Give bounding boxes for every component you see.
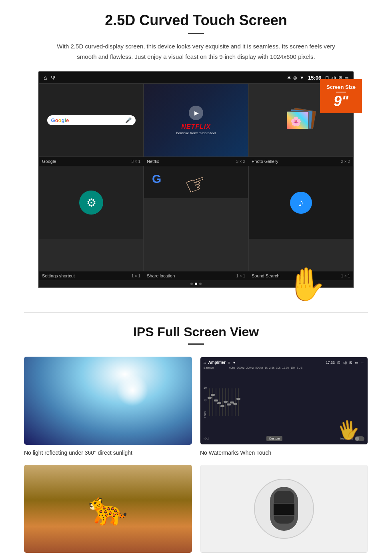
badge-divider (336, 92, 346, 92)
home-icon: ⌂ (44, 74, 47, 81)
amp-thumb-7 (227, 403, 231, 405)
amp-f9: 15k (290, 366, 295, 369)
badge-size: 9" (334, 93, 348, 109)
amp-slider-group-2 (212, 386, 213, 418)
amp-slider-group-10 (238, 386, 239, 418)
ips-title-divider (188, 343, 204, 345)
netflix-app-cell[interactable]: NETFLIX Continue Marvel's Daredevil (144, 83, 248, 157)
amp-thumb-4 (217, 402, 221, 404)
amp-track-8 (232, 388, 232, 416)
amp-thumb-10 (236, 398, 240, 400)
app-labels-row1: Google 3 × 1 Netflix 3 × 2 Photo Gallery… (39, 157, 353, 166)
amp-title: Amplifier (208, 360, 225, 365)
bluetooth-icon: ✱ (287, 75, 291, 80)
car-circle (254, 479, 314, 539)
amp-f7: 10k (276, 366, 280, 369)
cheetah-image: 🐆 (24, 465, 192, 553)
section1-description: With 2.5D curved-display screen, this de… (56, 41, 336, 62)
amp-db-labels: 10 ◁) Fader (204, 386, 207, 418)
amp-fader-label: Fader (204, 411, 206, 418)
gallery-stack: 🌸 (287, 109, 315, 131)
amp-f2: 100hz (237, 366, 244, 369)
amp-custom-button[interactable]: Custom (266, 436, 282, 441)
maps-g-logo: G (152, 172, 161, 186)
amp-track-2 (212, 388, 213, 416)
car-bg (200, 465, 368, 553)
sunlight-image (24, 357, 192, 445)
gallery-grid-size: 2 × 2 (341, 159, 350, 164)
gallery-label-text: Photo Gallery (252, 159, 278, 164)
car-windshield (274, 491, 294, 503)
netflix-grid-size: 3 × 2 (236, 159, 245, 164)
settings-label-text: Settings shortcut (42, 273, 75, 278)
amp-close-icon: ⊠ (349, 361, 352, 365)
amp-track-10 (238, 388, 239, 416)
settings-label: Settings shortcut 1 × 1 (39, 271, 144, 280)
google-grid-size: 3 × 1 (131, 159, 140, 164)
sound-grid-size: 1 × 1 (341, 274, 350, 278)
watermark-caption: No Watermarks When Touch (200, 449, 368, 457)
settings-app-cell[interactable]: ⚙ (39, 166, 144, 271)
amp-cam-icon: ⊡ (337, 361, 340, 365)
mic-icon: 🎤 (125, 117, 132, 123)
status-bar: ⌂ Ψ ✱ ◎ ▼ 15:06 ⊡ ◁) ⊠ ▭ (39, 72, 353, 83)
amp-volume-icon: ◁) (204, 398, 206, 401)
amp-balance-label: Balance (204, 366, 228, 369)
sunlight-bg (24, 357, 192, 445)
share-label-text: Share location (147, 273, 175, 278)
hand-finger-icon: ☞ (181, 167, 211, 198)
gallery-label: Photo Gallery 2 × 2 (248, 157, 353, 166)
amp-track-4 (219, 388, 220, 416)
amp-sliders (209, 386, 239, 418)
dot-2 (195, 283, 197, 285)
google-app-cell[interactable]: Google 🎤 (39, 83, 144, 157)
app-grid-row2: ⚙ G ☞ (39, 166, 353, 271)
amp-f1: 60hz (229, 366, 235, 369)
share-location-cell[interactable]: G ☞ (144, 166, 248, 271)
netflix-label: Netflix 3 × 2 (144, 157, 248, 166)
car-image (200, 465, 368, 553)
amp-f6: 2.5k (269, 366, 274, 369)
section2-title: IPS Full Screen View (24, 325, 368, 339)
amp-slider-group-1 (209, 386, 210, 418)
amp-track-9 (235, 388, 236, 416)
amp-db-10: 10 (204, 386, 207, 389)
status-time: 15:06 (308, 75, 321, 81)
amp-f3: 200hz (246, 366, 254, 369)
screen-mockup-wrapper: Screen Size 9" ⌂ Ψ ✱ ◎ ▼ 15:06 ⊡ ◁) ⊠ ▭ (38, 71, 354, 288)
amp-track-6 (225, 388, 226, 416)
amp-freq-labels: Balance 60hz 100hz 200hz 500hz 1k 2.5k 1… (204, 366, 364, 369)
settings-icon-circle: ⚙ (79, 191, 103, 215)
app-labels-row2: Settings shortcut 1 × 1 Share location 1… (39, 271, 353, 280)
amp-f8: 12.5k (282, 366, 289, 369)
sunlight-flare (116, 374, 148, 406)
netflix-play-button[interactable] (189, 106, 203, 120)
hand-touch-overlay: 🖐 (336, 417, 361, 442)
cheetah-icon: 🐆 (88, 490, 128, 528)
car-body (270, 487, 298, 531)
cheetah-bg: 🐆 (24, 465, 192, 553)
amp-menu-icon: ≡ (228, 361, 230, 365)
curved-touch-section: 2.5D Curved Touch Screen With 2.5D curve… (0, 0, 392, 296)
sound-search-cell[interactable]: ♪ (248, 166, 353, 271)
amp-track-1 (209, 388, 210, 416)
amp-slider-group-8 (232, 386, 232, 418)
flower-icon: 🌸 (290, 116, 301, 127)
amp-time: 17:33 (326, 361, 335, 365)
amp-track-5 (222, 388, 223, 416)
amp-slider-group-4 (219, 386, 220, 418)
amp-arrow-left: ◁◁ (204, 437, 208, 440)
amp-wifi-icon: ▼ (232, 361, 236, 365)
dot-3 (199, 283, 202, 285)
amp-f4: 500hz (255, 366, 263, 369)
amp-f5: 1k (264, 366, 267, 369)
share-grid-size: 1 × 1 (236, 274, 245, 278)
google-search-bar[interactable]: Google 🎤 (47, 115, 136, 125)
amp-thumb-1 (208, 397, 212, 399)
amp-track-3 (216, 388, 216, 416)
amp-win-icon: ▭ (355, 361, 358, 365)
amp-thumb-5 (220, 405, 224, 407)
settings-grid-size: 1 × 1 (131, 274, 140, 278)
app-grid-row1: Google 🎤 NETFLIX (39, 83, 353, 157)
car-roof (274, 504, 294, 515)
